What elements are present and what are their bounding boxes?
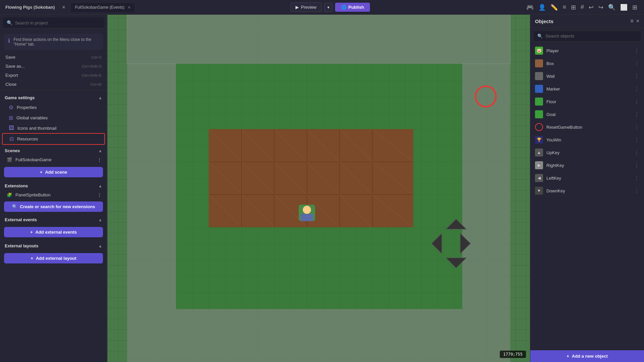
- upkey-menu[interactable]: ⋮: [634, 149, 639, 156]
- zoom-out-button[interactable]: 🔍: [607, 2, 617, 12]
- search-ext-label: Create or search for new extensions: [20, 204, 95, 209]
- icon-button-3[interactable]: ✏️: [549, 2, 559, 12]
- object-leftkey[interactable]: ◀ LeftKey ⋮: [530, 172, 644, 184]
- player-menu[interactable]: ⋮: [634, 48, 639, 54]
- resetgame-menu[interactable]: ⋮: [634, 124, 639, 130]
- object-upkey[interactable]: ▲ UpKey ⋮: [530, 146, 644, 159]
- downkey-menu[interactable]: ⋮: [634, 188, 639, 194]
- box-menu[interactable]: ⋮: [634, 60, 639, 67]
- extension-name: PanelSpriteButton: [15, 192, 51, 197]
- scene-menu-icon[interactable]: ⋮: [97, 157, 102, 162]
- add-scene-button[interactable]: + Add scene: [4, 167, 103, 177]
- add-external-layout-button[interactable]: + Add external layout: [4, 253, 103, 263]
- external-events-header[interactable]: External events ▲: [0, 214, 107, 224]
- properties-icon: ⚙: [9, 104, 13, 111]
- wall-menu[interactable]: ⋮: [634, 73, 639, 79]
- icon-button-8[interactable]: ⊞: [631, 2, 639, 12]
- objects-search-input[interactable]: [545, 34, 637, 39]
- preview-dropdown-button[interactable]: ▾: [324, 3, 332, 12]
- game-settings-header[interactable]: Game settings ▲: [0, 92, 107, 102]
- menu-item-save[interactable]: Save Ctrl+S: [0, 53, 107, 62]
- icon-button-5[interactable]: ⊞: [570, 2, 577, 12]
- object-floor[interactable]: Floor ⋮: [530, 95, 644, 108]
- filter-button[interactable]: ≡: [630, 18, 633, 24]
- marker-menu[interactable]: ⋮: [634, 86, 639, 92]
- close-objects-button[interactable]: ×: [636, 18, 639, 24]
- object-rightkey[interactable]: ▶ RightKey ⋮: [530, 159, 644, 172]
- external-layouts-header[interactable]: External layouts ▲: [0, 240, 107, 250]
- icon-button-2[interactable]: 👤: [537, 2, 547, 12]
- rightkey-label: RightKey: [546, 163, 564, 168]
- object-goal[interactable]: Goal ⋮: [530, 108, 644, 121]
- properties-item[interactable]: ⚙ Properties: [2, 102, 105, 113]
- coordinates-display: 1779;755: [500, 351, 526, 358]
- object-box[interactable]: Box ⋮: [530, 57, 644, 70]
- svg-point-38: [303, 206, 311, 214]
- object-marker[interactable]: Marker ⋮: [530, 82, 644, 95]
- save-label: Save: [5, 55, 15, 60]
- youwin-menu[interactable]: ⋮: [634, 137, 639, 143]
- add-new-object-button[interactable]: + Add a new object: [530, 350, 644, 362]
- icon-button-6[interactable]: #: [579, 2, 585, 12]
- extensions-header[interactable]: Extensions ▲: [0, 180, 107, 190]
- resetgame-label: ResetGameButton: [546, 125, 582, 130]
- leftkey-menu[interactable]: ⋮: [634, 175, 639, 181]
- object-wall[interactable]: Wall ⋮: [530, 70, 644, 82]
- publish-button[interactable]: 🌐 Publish: [335, 3, 370, 12]
- menu-item-close[interactable]: Close Ctrl+W: [0, 80, 107, 89]
- preview-button[interactable]: ▶ Preview: [290, 2, 321, 12]
- add-external-events-button[interactable]: + Add external events: [4, 227, 103, 237]
- objects-search-bar[interactable]: 🔍: [533, 31, 641, 42]
- upkey-label: UpKey: [546, 150, 559, 155]
- goal-icon: [535, 110, 543, 118]
- undo-button[interactable]: ↩: [587, 2, 595, 12]
- object-player[interactable]: 🐷 Player ⋮: [530, 44, 644, 57]
- scenes-header[interactable]: Scenes ▲: [0, 145, 107, 155]
- icons-thumbnail-item[interactable]: 🖼 Icons and thumbnail: [2, 123, 105, 133]
- icons-thumbnail-label: Icons and thumbnail: [17, 126, 56, 131]
- search-extensions-button[interactable]: 🔍 Create or search for new extensions: [4, 201, 103, 212]
- tab-events[interactable]: FullSokobanGame (Events) ×: [70, 2, 136, 12]
- object-downkey[interactable]: ▼ DownKey ⋮: [530, 184, 644, 197]
- goal-menu[interactable]: ⋮: [634, 111, 639, 118]
- tab-label: FullSokobanGame (Events): [75, 5, 124, 10]
- save-as-shortcut: Ctrl+Shift+S: [82, 64, 102, 68]
- left-panel: 🔍 ℹ Find these actions on the Menu close…: [0, 15, 107, 362]
- menu-item-save-as[interactable]: Save as... Ctrl+Shift+S: [0, 62, 107, 71]
- plus-icon-3: +: [31, 256, 33, 261]
- tab-close-button[interactable]: ×: [128, 5, 130, 10]
- youwin-icon: 🏆: [535, 136, 543, 144]
- extensions-chevron-icon: ▲: [98, 184, 102, 188]
- redo-button[interactable]: ↪: [597, 2, 605, 12]
- close-app-button[interactable]: ×: [60, 4, 67, 11]
- rightkey-menu[interactable]: ⋮: [634, 162, 639, 169]
- canvas-area[interactable]: 1779;755: [107, 15, 530, 362]
- object-youwin[interactable]: 🏆 YouWin ⋮: [530, 133, 644, 146]
- search-icon: 🔍: [7, 20, 12, 25]
- menu-item-export[interactable]: Export Ctrl+Shift+E: [0, 71, 107, 80]
- add-external-events-label: Add external events: [36, 230, 77, 235]
- svg-rect-39: [301, 214, 313, 221]
- menu-items: Save Ctrl+S Save as... Ctrl+Shift+S Expo…: [0, 53, 107, 89]
- scene-item[interactable]: 🎬 FullSokobanGame ⋮: [0, 155, 107, 164]
- resources-item[interactable]: ⊟ Resources: [2, 133, 105, 145]
- game-scene: [107, 15, 530, 362]
- extension-icon: 🧩: [7, 192, 12, 197]
- external-events-chevron-icon: ▲: [98, 218, 102, 222]
- object-resetgame[interactable]: ResetGameButton ⋮: [530, 121, 644, 133]
- icon-button-4[interactable]: ≡: [561, 2, 568, 12]
- search-input[interactable]: [15, 20, 100, 25]
- extension-menu-icon[interactable]: ⋮: [97, 192, 102, 197]
- app-title: Flowing Pigs (Sokoban): [3, 5, 57, 10]
- search-bar[interactable]: 🔍: [3, 17, 104, 28]
- icon-button-7[interactable]: ⬜: [619, 2, 629, 12]
- play-icon: ▶: [296, 5, 299, 10]
- global-variables-item[interactable]: ⊞ Global variables: [2, 113, 105, 123]
- main-layout: 🔍 ℹ Find these actions on the Menu close…: [0, 15, 644, 362]
- player-label: Player: [546, 48, 559, 53]
- objects-header: Objects ≡ ×: [530, 15, 644, 28]
- extension-item[interactable]: 🧩 PanelSpriteButton ⋮: [0, 190, 107, 199]
- icon-button-1[interactable]: 🎮: [525, 2, 535, 12]
- coordinates-value: 1779;755: [503, 352, 523, 357]
- floor-menu[interactable]: ⋮: [634, 99, 639, 105]
